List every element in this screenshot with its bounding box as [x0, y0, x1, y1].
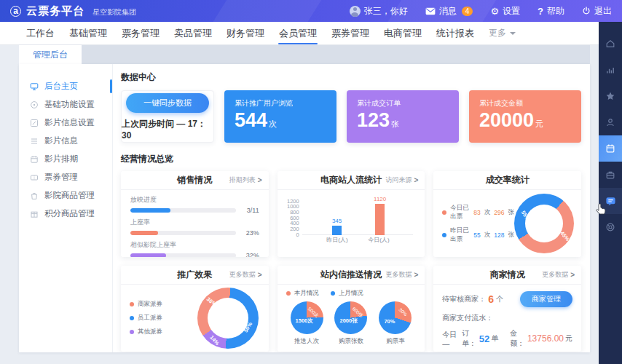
- progress-fill: [130, 253, 166, 257]
- nav-tab-more[interactable]: 更多: [481, 22, 523, 44]
- settings-button[interactable]: ⚙ 设置: [490, 5, 520, 17]
- progress-row: 23%: [130, 229, 259, 237]
- legend-dot: [130, 302, 134, 306]
- legend-text: 本月情况: [294, 289, 319, 298]
- rail-item-briefcase[interactable]: [599, 162, 622, 188]
- sidebar: 后台主页基础功能设置影片信息设置影片信息影片排期票券管理影院商品管理积分商品管理: [19, 64, 113, 352]
- pending-merchants-label: 待审核商家：: [442, 294, 486, 304]
- app-subtitle: 星空影院集团: [92, 7, 136, 17]
- x-axis-label: 今日(人): [368, 236, 389, 244]
- nav-tab-concession-mgmt[interactable]: 卖品管理: [167, 22, 219, 44]
- legend-text: 今日已出票: [450, 204, 470, 221]
- stat-unit: 次: [269, 119, 277, 128]
- y-tick-label: 800: [280, 210, 299, 215]
- sidebar-item-basic-function-settings[interactable]: 基础功能设置: [19, 95, 112, 114]
- legend-item: 今日已出票83次296张: [442, 204, 514, 221]
- settings-label: 设置: [503, 5, 520, 17]
- nav-tab-workbench[interactable]: 工作台: [19, 22, 62, 44]
- more-data-link[interactable]: 更多数据>: [542, 266, 575, 284]
- bar-chart-icon: [605, 65, 615, 75]
- merchant-manage-button[interactable]: 商家管理: [520, 291, 572, 307]
- user-menu[interactable]: 张三，你好: [350, 5, 408, 17]
- progress-value: 32%: [242, 252, 259, 257]
- rail-item-chat[interactable]: [599, 188, 622, 214]
- stat-unit: 张: [391, 119, 399, 128]
- stat-unit: 元: [535, 119, 543, 128]
- y-tick-label: 400: [280, 221, 299, 226]
- sync-data-button[interactable]: 一键同步数据: [126, 93, 209, 113]
- card-header: 站内信推送情况 更多数据>: [277, 266, 425, 285]
- rail-item-star[interactable]: [599, 83, 622, 109]
- sidebar-item-points-goods-management[interactable]: 积分商品管理: [19, 205, 112, 223]
- nav-tab-finance-mgmt[interactable]: 财务管理: [219, 22, 272, 44]
- legend-text: 昨日已出票: [450, 226, 470, 244]
- rail-item-bar-chart[interactable]: [599, 57, 622, 83]
- app-logo: a 云票务平台 星空影院集团: [10, 4, 136, 18]
- stat-card-2: 累计成交金额20000元: [469, 90, 581, 143]
- monitor-icon: [30, 82, 39, 91]
- logout-button[interactable]: 退出: [582, 5, 612, 17]
- sync-card: 一键同步数据 上次同步时间 — 17：30: [121, 90, 214, 143]
- schedule-list-link[interactable]: 排期列表>: [229, 171, 262, 189]
- rail-item-help-ring[interactable]: [599, 214, 622, 240]
- sidebar-item-coupon-management[interactable]: 票券管理: [19, 168, 112, 186]
- sidebar-item-film-schedule[interactable]: 影片排期: [19, 150, 112, 168]
- payment-flow-label: 商家支付流水：: [442, 313, 572, 323]
- card-title: 成交率统计: [486, 174, 530, 186]
- sidebar-item-label: 影片信息设置: [44, 117, 95, 128]
- last-sync-time: 上次同步时间 — 17：30: [122, 118, 213, 141]
- calendar-icon: [605, 143, 615, 154]
- bar-column: 345: [332, 218, 342, 235]
- legend-dot: [331, 291, 335, 296]
- help-button[interactable]: ? 帮助: [538, 5, 564, 17]
- sidebar-item-film-info-settings[interactable]: 影片信息设置: [19, 114, 112, 132]
- progress-label: 相似影院上座率: [130, 240, 259, 250]
- stat-value: 123张: [357, 108, 449, 132]
- right-rail: [599, 22, 622, 364]
- legend-item: 商家派券: [130, 300, 197, 309]
- rail-item-home[interactable]: [599, 31, 622, 57]
- sidebar-item-label: 票券管理: [44, 172, 78, 183]
- app-title: 云票务平台: [26, 4, 84, 18]
- nav-tab-reports[interactable]: 统计报表: [429, 22, 481, 44]
- gear-circle-icon: [30, 100, 39, 109]
- rail-item-member[interactable]: [599, 109, 622, 135]
- progress-value: 3/11: [242, 207, 259, 214]
- nav-tab-ticketing-mgmt[interactable]: 票务管理: [114, 22, 167, 44]
- messages-button[interactable]: 消息 4: [425, 5, 473, 17]
- sidebar-item-dashboard-home[interactable]: 后台主页: [19, 77, 112, 95]
- stat-card-0: 累计推广用户浏览544次: [224, 90, 336, 143]
- chevron-right-icon: >: [570, 271, 575, 279]
- nav-tab-basic-mgmt[interactable]: 基础管理: [62, 22, 114, 44]
- card-deal-rate: 成交率统计 今日已出票83次296张昨日已出票55次128张 55%45%: [433, 171, 581, 257]
- stat-label: 累计推广用户浏览: [235, 98, 326, 108]
- legend-dot: [442, 210, 446, 215]
- help-ring-icon: [605, 222, 615, 232]
- bar-value-label: 1120: [374, 196, 386, 202]
- progress-item: 放映进度3/11: [130, 195, 259, 214]
- user-greeting: 张三，你好: [364, 5, 408, 17]
- pie-item: 1500次500次推送人次: [291, 301, 323, 346]
- more-data-link[interactable]: 更多数据>: [385, 266, 418, 284]
- nav-tab-member-mgmt[interactable]: 会员管理: [272, 22, 324, 44]
- top-header: a 云票务平台 星空影院集团 张三，你好 消息 4 ⚙ 设置 ? 帮助: [0, 0, 622, 22]
- bar-value-label: 345: [332, 218, 342, 224]
- tab-admin-backend[interactable]: 管理后台: [19, 45, 82, 64]
- messages-badge: 4: [462, 7, 473, 16]
- card-title: 销售情况: [177, 174, 212, 186]
- card-promo-effect: 推广效果 更多数据> 商家派券员工派券其他派券 36%50%14%: [121, 266, 269, 352]
- sidebar-item-film-info[interactable]: 影片信息: [19, 132, 112, 150]
- power-icon: [582, 7, 591, 15]
- legend-text: 次: [484, 208, 491, 217]
- legend-text: 83: [473, 209, 480, 216]
- sidebar-item-cinema-goods-management[interactable]: 影院商品管理: [19, 186, 112, 205]
- rail-item-calendar[interactable]: [599, 135, 622, 162]
- visit-source-link[interactable]: 访问来源>: [385, 171, 418, 189]
- nav-tab-coupon-mgmt[interactable]: 票券管理: [324, 22, 377, 44]
- pie-chart: 1500次500次: [291, 301, 323, 334]
- pending-merchants-value: 6: [488, 293, 494, 305]
- legend-dot: [130, 316, 134, 320]
- nav-tab-ecommerce-mgmt[interactable]: 电商管理: [377, 22, 429, 44]
- more-data-link[interactable]: 更多数据>: [229, 266, 262, 284]
- gear-icon: ⚙: [490, 7, 499, 16]
